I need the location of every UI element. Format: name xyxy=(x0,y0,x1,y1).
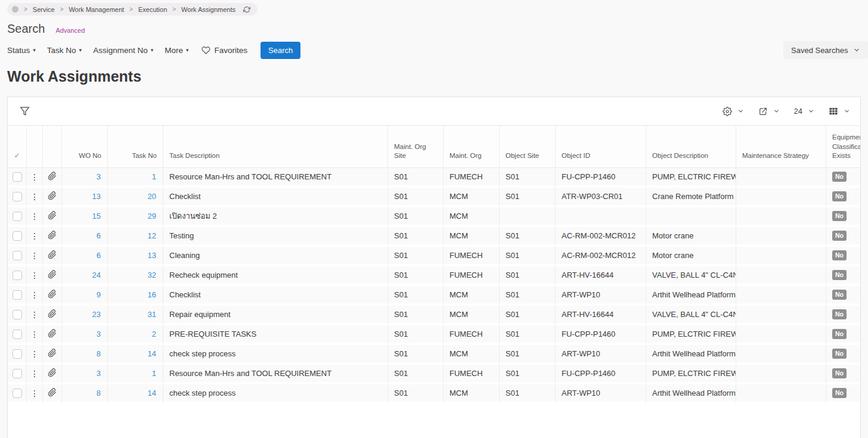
filter-assignment-no[interactable]: Assignment No ▾ xyxy=(93,46,153,55)
table-row[interactable]: ⋮ 8 14 check step process S01 MCM S01 AR… xyxy=(8,384,860,404)
refresh-icon[interactable] xyxy=(243,6,250,13)
attachment-icon[interactable] xyxy=(48,250,57,259)
attachment-icon[interactable] xyxy=(48,309,57,318)
attachment-icon[interactable] xyxy=(48,270,57,279)
attachment-icon[interactable] xyxy=(48,388,57,397)
kebab-menu-icon[interactable]: ⋮ xyxy=(30,310,39,319)
header-object-description[interactable]: Object Description xyxy=(646,126,736,168)
advanced-search-link[interactable]: Advanced xyxy=(55,27,85,34)
row-checkbox[interactable] xyxy=(13,231,22,241)
task-no-link[interactable]: 16 xyxy=(148,290,156,299)
task-no-link[interactable]: 32 xyxy=(148,271,156,279)
row-checkbox[interactable] xyxy=(13,192,22,201)
header-maint-org[interactable]: Maint. Org xyxy=(444,126,500,168)
row-checkbox[interactable] xyxy=(13,389,22,398)
task-no-link[interactable]: 29 xyxy=(148,212,156,220)
filter-funnel-icon[interactable] xyxy=(20,106,30,116)
header-maint-org-site[interactable]: Maint. Org Site xyxy=(388,126,444,168)
table-row[interactable]: ⋮ 6 13 Cleaning S01 FUMECH S01 AC-RM-002… xyxy=(8,247,860,266)
wo-no-link[interactable]: 9 xyxy=(97,290,101,299)
home-icon[interactable] xyxy=(12,6,18,13)
header-object-site[interactable]: Object Site xyxy=(500,126,556,168)
task-no-link[interactable]: 13 xyxy=(148,251,156,260)
table-row[interactable]: ⋮ 6 12 Testing S01 MCM S01 AC-RM-002-MCR… xyxy=(8,227,860,247)
kebab-menu-icon[interactable]: ⋮ xyxy=(30,369,39,378)
attachment-icon[interactable] xyxy=(48,172,57,181)
search-button[interactable]: Search xyxy=(261,42,300,59)
row-checkbox[interactable] xyxy=(13,251,22,260)
task-no-link[interactable]: 2 xyxy=(152,330,156,338)
view-mode-control[interactable] xyxy=(829,107,850,116)
export-control[interactable] xyxy=(758,107,780,116)
wo-no-link[interactable]: 13 xyxy=(92,192,101,201)
wo-no-link[interactable]: 23 xyxy=(92,310,101,319)
wo-no-link[interactable]: 8 xyxy=(97,349,101,358)
kebab-menu-icon[interactable]: ⋮ xyxy=(30,271,39,280)
filter-status[interactable]: Status ▾ xyxy=(7,46,36,55)
breadcrumb-item-service[interactable]: Service xyxy=(33,6,55,13)
table-row[interactable]: ⋮ 9 16 Checklist S01 MCM S01 ART-WP10 Ar… xyxy=(8,286,860,306)
row-checkbox[interactable] xyxy=(13,369,22,378)
wo-no-link[interactable]: 6 xyxy=(97,231,101,240)
task-no-link[interactable]: 1 xyxy=(152,172,156,181)
wo-no-link[interactable]: 3 xyxy=(97,330,101,338)
table-settings-control[interactable] xyxy=(723,107,744,116)
wo-no-link[interactable]: 24 xyxy=(92,271,101,279)
task-no-link[interactable]: 14 xyxy=(148,389,156,397)
table-row[interactable]: ⋮ 8 14 check step process S01 MCM S01 AR… xyxy=(8,345,860,365)
table-row[interactable]: ⋮ 13 20 Checklist S01 MCM S01 ATR-WP03-C… xyxy=(8,188,860,207)
header-equipment-classification-exists[interactable]: Equipment Classification Exists xyxy=(826,126,860,168)
header-object-id[interactable]: Object ID xyxy=(556,126,646,168)
row-checkbox[interactable] xyxy=(13,290,22,300)
table-row[interactable]: ⋮ 15 29 เปิดงานซ่อม 2 S01 MCM No xyxy=(8,207,860,227)
kebab-menu-icon[interactable]: ⋮ xyxy=(30,290,39,300)
row-checkbox[interactable] xyxy=(13,172,22,182)
kebab-menu-icon[interactable]: ⋮ xyxy=(30,172,39,182)
kebab-menu-icon[interactable]: ⋮ xyxy=(30,330,39,339)
row-checkbox[interactable] xyxy=(13,212,22,221)
kebab-menu-icon[interactable]: ⋮ xyxy=(30,231,39,241)
table-row[interactable]: ⋮ 3 1 Resource Man-Hrs and TOOL REQUIREM… xyxy=(8,168,860,188)
attachment-icon[interactable] xyxy=(48,349,57,358)
table-row[interactable]: ⋮ 3 1 Resource Man-Hrs and TOOL REQUIREM… xyxy=(8,365,860,384)
header-task-no[interactable]: Task No xyxy=(108,126,163,168)
table-row[interactable]: ⋮ 3 2 PRE-REQUISITE TASKS S01 FUMECH S01… xyxy=(8,325,860,345)
row-checkbox[interactable] xyxy=(13,271,22,280)
breadcrumb-item-execution[interactable]: Execution xyxy=(138,6,167,13)
wo-no-link[interactable]: 15 xyxy=(92,212,101,220)
kebab-menu-icon[interactable]: ⋮ xyxy=(30,212,39,221)
favorites-button[interactable]: Favorites xyxy=(202,46,248,55)
breadcrumb-item-work-management[interactable]: Work Management xyxy=(69,6,124,13)
kebab-menu-icon[interactable]: ⋮ xyxy=(30,251,39,260)
wo-no-link[interactable]: 3 xyxy=(97,172,101,181)
filter-more[interactable]: More ▾ xyxy=(165,46,188,55)
attachment-icon[interactable] xyxy=(48,368,57,377)
wo-no-link[interactable]: 3 xyxy=(97,369,101,378)
task-no-link[interactable]: 20 xyxy=(148,192,156,201)
header-wo-no[interactable]: WO No xyxy=(62,126,108,168)
attachment-icon[interactable] xyxy=(48,191,57,200)
kebab-menu-icon[interactable]: ⋮ xyxy=(30,349,39,359)
task-no-link[interactable]: 12 xyxy=(148,231,156,240)
table-row[interactable]: ⋮ 23 31 Repair equipment S01 MCM S01 ART… xyxy=(8,306,860,325)
task-no-link[interactable]: 14 xyxy=(148,349,156,358)
header-task-description[interactable]: Task Description xyxy=(163,126,388,168)
row-checkbox[interactable] xyxy=(13,330,22,339)
kebab-menu-icon[interactable]: ⋮ xyxy=(30,192,39,201)
row-checkbox[interactable] xyxy=(13,349,22,359)
header-maintenance-strategy[interactable]: Maintenance Strategy xyxy=(736,126,826,168)
table-row[interactable]: ⋮ 24 32 Recheck equipment S01 FUMECH S01… xyxy=(8,266,860,286)
filter-task-no[interactable]: Task No ▾ xyxy=(47,46,82,55)
row-checkbox[interactable] xyxy=(13,310,22,319)
wo-no-link[interactable]: 8 xyxy=(97,389,101,397)
select-all-checkbox[interactable]: ✓ xyxy=(14,151,20,160)
task-no-link[interactable]: 31 xyxy=(148,310,156,319)
attachment-icon[interactable] xyxy=(48,231,57,240)
task-no-link[interactable]: 1 xyxy=(152,369,156,378)
attachment-icon[interactable] xyxy=(48,211,57,220)
attachment-icon[interactable] xyxy=(48,329,57,338)
kebab-menu-icon[interactable]: ⋮ xyxy=(30,389,39,398)
attachment-icon[interactable] xyxy=(48,290,57,299)
wo-no-link[interactable]: 6 xyxy=(97,251,101,260)
saved-searches-select[interactable]: Saved Searches xyxy=(783,41,868,59)
